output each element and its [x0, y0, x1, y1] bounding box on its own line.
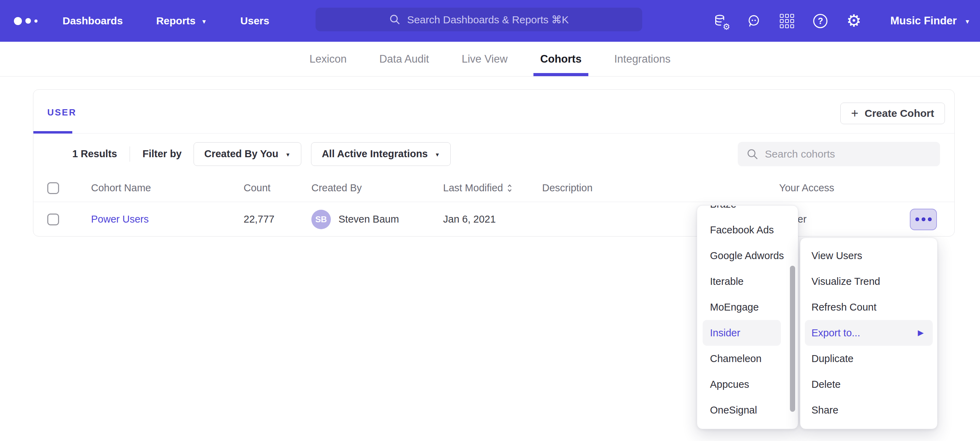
select-all-checkbox[interactable] — [47, 182, 59, 194]
tab-integrations[interactable]: Integrations — [612, 42, 673, 76]
apps-grid-icon[interactable] — [779, 13, 795, 29]
results-count: 1 Results — [72, 148, 117, 160]
help-icon[interactable]: ? — [813, 13, 829, 29]
col-header-cohort-name: Cohort Name — [91, 182, 243, 194]
avatar: SB — [311, 210, 331, 229]
settings-gear-icon[interactable]: ⚙ — [846, 13, 862, 29]
menu-item-refresh-count[interactable]: Refresh Count — [800, 294, 937, 320]
question-mark: ? — [818, 16, 823, 26]
chevron-down-icon: ▼ — [964, 19, 970, 25]
search-icon — [389, 14, 401, 26]
search-icon — [746, 148, 759, 160]
divider — [130, 146, 130, 162]
cohort-count: 22,777 — [243, 214, 311, 225]
row-actions-menu: View Users Visualize Trend Refresh Count… — [800, 238, 938, 429]
table-row: Power Users 22,777 SB Steven Baum Jan 6,… — [33, 202, 954, 236]
nav-reports[interactable]: Reports ▼ — [156, 15, 207, 27]
menu-item-chameleon[interactable]: Chameleon — [697, 346, 798, 371]
tab-lexicon[interactable]: Lexicon — [307, 42, 349, 76]
cohorts-panel: USER + Create Cohort 1 Results Filter by… — [33, 89, 955, 236]
menu-item-visualize-trend[interactable]: Visualize Trend — [800, 268, 937, 294]
feedback-icon[interactable] — [746, 13, 762, 29]
tab-user-cohorts[interactable]: USER — [47, 107, 76, 118]
global-search-placeholder: Search Dashboards & Reports ⌘K — [407, 14, 568, 26]
created-by-name: Steven Baum — [339, 214, 399, 225]
row-actions-button[interactable] — [910, 209, 937, 230]
col-header-description: Description — [542, 182, 779, 194]
menu-item-moengage[interactable]: MoEngage — [697, 294, 798, 320]
mixpanel-logo-icon[interactable] — [14, 17, 38, 25]
data-settings-icon[interactable]: ⚙ — [713, 13, 729, 29]
cohort-search-box[interactable] — [738, 142, 940, 166]
table-header-row: Cohort Name Count Created By Last Modifi… — [33, 174, 954, 202]
tab-cohorts[interactable]: Cohorts — [538, 42, 584, 76]
nav-users[interactable]: Users — [240, 15, 269, 27]
col-header-created-by: Created By — [311, 182, 443, 194]
menu-item-iterable[interactable]: Iterable — [697, 268, 798, 294]
menu-item-delete[interactable]: Delete — [800, 371, 937, 397]
integrations-filter-dropdown[interactable]: All Active Integrations ▼ — [311, 142, 451, 166]
menu-item-duplicate[interactable]: Duplicate — [800, 346, 937, 371]
menu-item-google-adwords[interactable]: Google Adwords — [697, 243, 798, 268]
row-checkbox[interactable] — [47, 214, 59, 225]
col-header-your-access: Your Access — [779, 182, 954, 194]
global-search-input[interactable]: Search Dashboards & Reports ⌘K — [315, 8, 642, 31]
menu-item-onesignal[interactable]: OneSignal — [697, 397, 798, 423]
gear-badge-icon: ⚙ — [722, 22, 730, 31]
tab-live-view[interactable]: Live View — [460, 42, 509, 76]
sort-icon — [507, 183, 512, 193]
user-tab-underline — [33, 131, 72, 134]
last-modified-date: Jan 6, 2021 — [443, 214, 542, 225]
export-integrations-menu: Braze Facebook Ads Google Adwords Iterab… — [697, 205, 798, 429]
plus-icon: + — [851, 107, 858, 120]
project-name: Music Finder — [890, 14, 957, 27]
col-header-last-modified[interactable]: Last Modified — [443, 182, 542, 194]
created-by-filter-dropdown[interactable]: Created By You ▼ — [194, 142, 301, 166]
create-cohort-button[interactable]: + Create Cohort — [840, 102, 945, 124]
submenu-arrow-icon: ▶ — [918, 328, 924, 337]
nav-dashboards[interactable]: Dashboards — [62, 15, 123, 27]
filter-by-label: Filter by — [143, 148, 182, 160]
menu-item-insider[interactable]: Insider — [703, 320, 781, 346]
chevron-down-icon: ▼ — [201, 19, 207, 25]
active-tab-underline — [533, 73, 589, 76]
menu-item-share[interactable]: Share — [800, 397, 937, 423]
top-navbar: Dashboards Reports ▼ Users Search Dashbo… — [0, 0, 980, 42]
menu-item-export-to[interactable]: Export to... ▶ — [805, 320, 933, 346]
col-header-count: Count — [243, 182, 311, 194]
menu-item-appcues[interactable]: Appcues — [697, 371, 798, 397]
menu-item-view-users[interactable]: View Users — [800, 243, 937, 268]
project-switcher[interactable]: Music Finder ▼ — [890, 14, 970, 27]
menu-scrollbar[interactable] — [790, 266, 795, 412]
cohort-search-input[interactable] — [765, 148, 932, 160]
cohort-name-link[interactable]: Power Users — [91, 214, 149, 225]
chevron-down-icon: ▼ — [285, 152, 291, 157]
chevron-down-icon: ▼ — [435, 152, 440, 157]
section-tabbar: Lexicon Data Audit Live View Cohorts Int… — [0, 42, 980, 77]
menu-item-facebook-ads[interactable]: Facebook Ads — [697, 217, 798, 243]
menu-item-braze[interactable]: Braze — [697, 205, 798, 217]
tab-data-audit[interactable]: Data Audit — [377, 42, 431, 76]
